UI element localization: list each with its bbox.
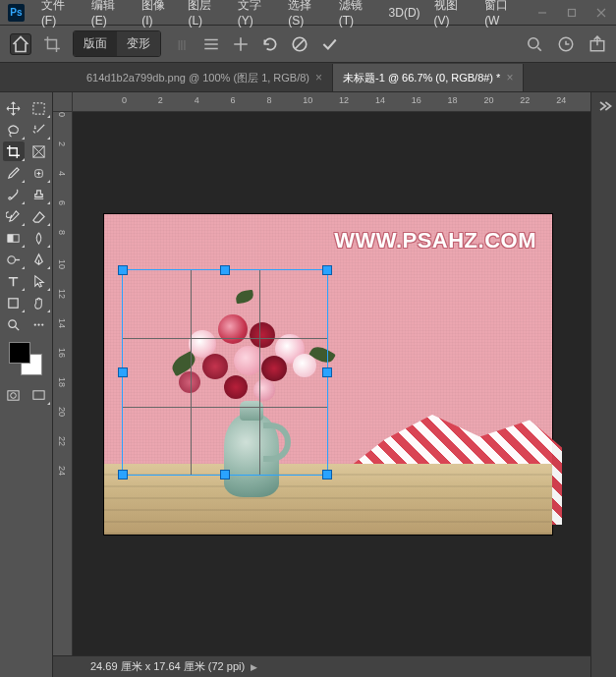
svg-rect-1 (569, 9, 576, 16)
menu-file[interactable]: 文件(F) (34, 0, 84, 30)
watermark-text: WWW.PSAHZ.COM (334, 228, 536, 254)
wooden-table-image (104, 464, 552, 535)
canvas-viewport[interactable]: WWW.PSAHZ.COM (53, 92, 590, 677)
title-bar: Ps 文件(F) 编辑(E) 图像(I) 图层(L) 文字(Y) 选择(S) 滤… (0, 0, 616, 26)
svg-line-17 (15, 326, 19, 330)
status-bar: 24.69 厘米 x 17.64 厘米 (72 ppi) ▶ (53, 655, 590, 677)
menu-layer[interactable]: 图层(L) (181, 0, 230, 30)
crop-tool-icon[interactable] (43, 35, 61, 53)
tab-label: 614d1b2a799db.png @ 100% (图层 1, RGB/8) (86, 71, 309, 85)
document-tab-bar: 614d1b2a799db.png @ 100% (图层 1, RGB/8)× … (0, 63, 616, 92)
canvas-area[interactable]: WWW.PSAHZ.COM (73, 112, 590, 677)
home-icon (11, 34, 30, 54)
zoom-tool[interactable] (3, 314, 25, 334)
window-minimize-button[interactable] (528, 2, 557, 24)
history-brush-tool[interactable] (3, 206, 25, 226)
close-icon[interactable]: × (506, 71, 513, 85)
ruler-corner (53, 92, 73, 112)
more-tools[interactable] (28, 314, 50, 334)
svg-rect-15 (9, 298, 18, 307)
close-icon[interactable]: × (315, 71, 322, 85)
window-close-button[interactable] (587, 2, 616, 24)
mode-segment: 版面 变形 (73, 30, 161, 57)
foreground-color-swatch[interactable] (9, 342, 30, 364)
options-bar: 版面 变形 ||| (0, 26, 616, 63)
home-button[interactable] (10, 33, 31, 55)
menu-filter[interactable]: 滤镜(T) (332, 0, 382, 30)
svg-point-13 (8, 255, 16, 263)
frame-tool[interactable] (28, 141, 50, 161)
menu-type[interactable]: 文字(Y) (231, 0, 282, 30)
quick-mask-toggle[interactable] (3, 385, 25, 405)
pen-tool[interactable] (28, 250, 50, 269)
svg-rect-12 (8, 234, 14, 242)
menu-image[interactable]: 图像(I) (135, 0, 181, 30)
lasso-tool[interactable] (3, 120, 25, 140)
share-icon[interactable] (588, 35, 606, 53)
align-icon[interactable] (202, 35, 220, 53)
crop-tool[interactable] (3, 141, 25, 161)
move-tool[interactable] (3, 98, 25, 118)
path-select-tool[interactable] (28, 271, 50, 291)
screen-mode-toggle[interactable] (28, 385, 50, 405)
brush-tool[interactable] (3, 185, 25, 204)
window-maximize-button[interactable] (557, 2, 587, 24)
artboard[interactable]: WWW.PSAHZ.COM (104, 214, 552, 535)
workspace: WWW.PSAHZ.COM (0, 92, 616, 677)
reset-icon[interactable] (261, 35, 279, 53)
svg-rect-23 (33, 390, 44, 398)
shape-tool[interactable] (3, 293, 25, 312)
menu-window[interactable]: 窗口(W (477, 0, 528, 30)
app-logo: Ps (8, 4, 25, 22)
document-tab-1[interactable]: 614d1b2a799db.png @ 100% (图层 1, RGB/8)× (77, 64, 333, 91)
wand-tool[interactable] (28, 120, 50, 140)
seg-layout[interactable]: 版面 (74, 31, 117, 56)
stamp-tool[interactable] (28, 185, 50, 204)
menu-view[interactable]: 视图(V) (427, 0, 478, 30)
svg-point-4 (529, 37, 538, 47)
tab-label: 未标题-1 @ 66.7% (0, RGB/8#) * (343, 71, 500, 85)
svg-line-3 (296, 39, 305, 48)
blur-tool[interactable] (28, 228, 50, 248)
menu-edit[interactable]: 编辑(E) (84, 0, 136, 30)
marquee-tool[interactable] (28, 98, 50, 118)
search-icon[interactable] (526, 35, 543, 53)
svg-rect-8 (33, 102, 44, 113)
svg-point-20 (41, 323, 43, 325)
svg-point-19 (37, 323, 39, 325)
ruler-vertical (53, 112, 73, 677)
menu-select[interactable]: 选择(S) (281, 0, 332, 30)
eyedropper-tool[interactable] (3, 163, 25, 183)
panel-collapse-icon[interactable] (596, 98, 612, 114)
hand-tool[interactable] (28, 293, 50, 312)
cancel-icon[interactable] (291, 35, 308, 53)
history-icon[interactable] (557, 35, 575, 53)
dodge-tool[interactable] (3, 250, 25, 269)
commit-icon[interactable] (320, 35, 338, 53)
svg-point-16 (9, 319, 17, 327)
window-controls (528, 2, 616, 24)
divider-icon: ||| (173, 35, 191, 53)
ruler-horizontal (73, 92, 590, 112)
svg-line-5 (537, 47, 540, 50)
grid-icon[interactable] (232, 35, 250, 53)
menu-3d[interactable]: 3D(D) (382, 3, 427, 23)
healing-tool[interactable] (28, 163, 50, 183)
status-menu-arrow-icon[interactable]: ▶ (251, 662, 257, 672)
toolbox (0, 92, 53, 677)
svg-point-18 (34, 323, 36, 325)
vase-image (214, 387, 289, 497)
type-tool[interactable] (3, 271, 25, 291)
seg-warp[interactable]: 变形 (117, 31, 160, 56)
document-tab-2[interactable]: 未标题-1 @ 66.7% (0, RGB/8#) *× (333, 64, 524, 91)
right-panel-collapsed[interactable] (590, 92, 616, 677)
eraser-tool[interactable] (28, 206, 50, 226)
svg-point-22 (11, 392, 17, 398)
gradient-tool[interactable] (3, 228, 25, 248)
color-swatches[interactable] (9, 342, 44, 377)
document-dimensions: 24.69 厘米 x 17.64 厘米 (72 ppi) (90, 659, 245, 674)
